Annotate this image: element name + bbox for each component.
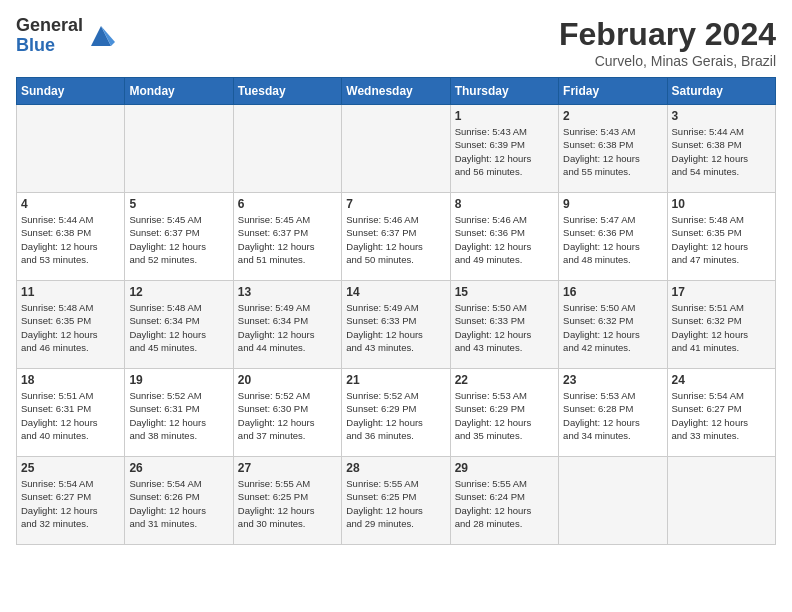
day-info: Sunrise: 5:44 AMSunset: 6:38 PMDaylight:… bbox=[21, 213, 120, 266]
calendar-cell: 8Sunrise: 5:46 AMSunset: 6:36 PMDaylight… bbox=[450, 193, 558, 281]
day-info: Sunrise: 5:55 AMSunset: 6:25 PMDaylight:… bbox=[238, 477, 337, 530]
column-header-saturday: Saturday bbox=[667, 78, 775, 105]
calendar-cell: 28Sunrise: 5:55 AMSunset: 6:25 PMDayligh… bbox=[342, 457, 450, 545]
day-info: Sunrise: 5:49 AMSunset: 6:34 PMDaylight:… bbox=[238, 301, 337, 354]
calendar-cell: 29Sunrise: 5:55 AMSunset: 6:24 PMDayligh… bbox=[450, 457, 558, 545]
day-number: 25 bbox=[21, 461, 120, 475]
day-info: Sunrise: 5:46 AMSunset: 6:37 PMDaylight:… bbox=[346, 213, 445, 266]
day-info: Sunrise: 5:47 AMSunset: 6:36 PMDaylight:… bbox=[563, 213, 662, 266]
calendar-cell: 18Sunrise: 5:51 AMSunset: 6:31 PMDayligh… bbox=[17, 369, 125, 457]
calendar-cell: 23Sunrise: 5:53 AMSunset: 6:28 PMDayligh… bbox=[559, 369, 667, 457]
calendar-cell: 21Sunrise: 5:52 AMSunset: 6:29 PMDayligh… bbox=[342, 369, 450, 457]
calendar-week-row: 4Sunrise: 5:44 AMSunset: 6:38 PMDaylight… bbox=[17, 193, 776, 281]
day-number: 21 bbox=[346, 373, 445, 387]
day-number: 1 bbox=[455, 109, 554, 123]
calendar-cell: 26Sunrise: 5:54 AMSunset: 6:26 PMDayligh… bbox=[125, 457, 233, 545]
column-header-thursday: Thursday bbox=[450, 78, 558, 105]
day-number: 10 bbox=[672, 197, 771, 211]
day-info: Sunrise: 5:48 AMSunset: 6:34 PMDaylight:… bbox=[129, 301, 228, 354]
day-info: Sunrise: 5:48 AMSunset: 6:35 PMDaylight:… bbox=[672, 213, 771, 266]
day-info: Sunrise: 5:44 AMSunset: 6:38 PMDaylight:… bbox=[672, 125, 771, 178]
calendar-cell bbox=[125, 105, 233, 193]
calendar-cell: 16Sunrise: 5:50 AMSunset: 6:32 PMDayligh… bbox=[559, 281, 667, 369]
calendar-cell bbox=[667, 457, 775, 545]
day-number: 4 bbox=[21, 197, 120, 211]
day-number: 27 bbox=[238, 461, 337, 475]
day-info: Sunrise: 5:45 AMSunset: 6:37 PMDaylight:… bbox=[129, 213, 228, 266]
day-number: 15 bbox=[455, 285, 554, 299]
calendar-cell: 27Sunrise: 5:55 AMSunset: 6:25 PMDayligh… bbox=[233, 457, 341, 545]
logo-blue: Blue bbox=[16, 36, 83, 56]
day-number: 19 bbox=[129, 373, 228, 387]
calendar-cell: 6Sunrise: 5:45 AMSunset: 6:37 PMDaylight… bbox=[233, 193, 341, 281]
title-area: February 2024 Curvelo, Minas Gerais, Bra… bbox=[559, 16, 776, 69]
location-subtitle: Curvelo, Minas Gerais, Brazil bbox=[559, 53, 776, 69]
calendar-cell bbox=[233, 105, 341, 193]
calendar-cell: 12Sunrise: 5:48 AMSunset: 6:34 PMDayligh… bbox=[125, 281, 233, 369]
calendar-cell: 1Sunrise: 5:43 AMSunset: 6:39 PMDaylight… bbox=[450, 105, 558, 193]
day-number: 14 bbox=[346, 285, 445, 299]
day-number: 13 bbox=[238, 285, 337, 299]
day-info: Sunrise: 5:51 AMSunset: 6:32 PMDaylight:… bbox=[672, 301, 771, 354]
day-info: Sunrise: 5:50 AMSunset: 6:32 PMDaylight:… bbox=[563, 301, 662, 354]
calendar-cell: 25Sunrise: 5:54 AMSunset: 6:27 PMDayligh… bbox=[17, 457, 125, 545]
day-number: 3 bbox=[672, 109, 771, 123]
day-number: 26 bbox=[129, 461, 228, 475]
day-number: 9 bbox=[563, 197, 662, 211]
day-number: 5 bbox=[129, 197, 228, 211]
day-info: Sunrise: 5:46 AMSunset: 6:36 PMDaylight:… bbox=[455, 213, 554, 266]
day-number: 24 bbox=[672, 373, 771, 387]
calendar-week-row: 25Sunrise: 5:54 AMSunset: 6:27 PMDayligh… bbox=[17, 457, 776, 545]
calendar-week-row: 1Sunrise: 5:43 AMSunset: 6:39 PMDaylight… bbox=[17, 105, 776, 193]
day-info: Sunrise: 5:53 AMSunset: 6:29 PMDaylight:… bbox=[455, 389, 554, 442]
calendar-cell bbox=[342, 105, 450, 193]
header: General Blue February 2024 Curvelo, Mina… bbox=[16, 16, 776, 69]
calendar-cell: 15Sunrise: 5:50 AMSunset: 6:33 PMDayligh… bbox=[450, 281, 558, 369]
day-number: 29 bbox=[455, 461, 554, 475]
calendar-cell: 9Sunrise: 5:47 AMSunset: 6:36 PMDaylight… bbox=[559, 193, 667, 281]
logo: General Blue bbox=[16, 16, 115, 56]
calendar-cell: 24Sunrise: 5:54 AMSunset: 6:27 PMDayligh… bbox=[667, 369, 775, 457]
calendar-cell: 17Sunrise: 5:51 AMSunset: 6:32 PMDayligh… bbox=[667, 281, 775, 369]
calendar-cell: 19Sunrise: 5:52 AMSunset: 6:31 PMDayligh… bbox=[125, 369, 233, 457]
column-header-sunday: Sunday bbox=[17, 78, 125, 105]
day-number: 22 bbox=[455, 373, 554, 387]
calendar-cell: 20Sunrise: 5:52 AMSunset: 6:30 PMDayligh… bbox=[233, 369, 341, 457]
day-info: Sunrise: 5:50 AMSunset: 6:33 PMDaylight:… bbox=[455, 301, 554, 354]
day-info: Sunrise: 5:53 AMSunset: 6:28 PMDaylight:… bbox=[563, 389, 662, 442]
calendar-cell: 5Sunrise: 5:45 AMSunset: 6:37 PMDaylight… bbox=[125, 193, 233, 281]
day-info: Sunrise: 5:51 AMSunset: 6:31 PMDaylight:… bbox=[21, 389, 120, 442]
day-number: 7 bbox=[346, 197, 445, 211]
day-info: Sunrise: 5:52 AMSunset: 6:31 PMDaylight:… bbox=[129, 389, 228, 442]
day-number: 18 bbox=[21, 373, 120, 387]
day-info: Sunrise: 5:43 AMSunset: 6:38 PMDaylight:… bbox=[563, 125, 662, 178]
calendar-table: SundayMondayTuesdayWednesdayThursdayFrid… bbox=[16, 77, 776, 545]
day-info: Sunrise: 5:45 AMSunset: 6:37 PMDaylight:… bbox=[238, 213, 337, 266]
calendar-cell: 13Sunrise: 5:49 AMSunset: 6:34 PMDayligh… bbox=[233, 281, 341, 369]
day-info: Sunrise: 5:52 AMSunset: 6:30 PMDaylight:… bbox=[238, 389, 337, 442]
calendar-cell: 10Sunrise: 5:48 AMSunset: 6:35 PMDayligh… bbox=[667, 193, 775, 281]
column-header-friday: Friday bbox=[559, 78, 667, 105]
logo-icon bbox=[87, 22, 115, 50]
day-number: 8 bbox=[455, 197, 554, 211]
calendar-week-row: 18Sunrise: 5:51 AMSunset: 6:31 PMDayligh… bbox=[17, 369, 776, 457]
calendar-cell: 3Sunrise: 5:44 AMSunset: 6:38 PMDaylight… bbox=[667, 105, 775, 193]
calendar-header-row: SundayMondayTuesdayWednesdayThursdayFrid… bbox=[17, 78, 776, 105]
day-info: Sunrise: 5:52 AMSunset: 6:29 PMDaylight:… bbox=[346, 389, 445, 442]
day-number: 28 bbox=[346, 461, 445, 475]
day-info: Sunrise: 5:55 AMSunset: 6:24 PMDaylight:… bbox=[455, 477, 554, 530]
logo-text: General Blue bbox=[16, 16, 83, 56]
day-number: 11 bbox=[21, 285, 120, 299]
month-year-title: February 2024 bbox=[559, 16, 776, 53]
calendar-week-row: 11Sunrise: 5:48 AMSunset: 6:35 PMDayligh… bbox=[17, 281, 776, 369]
calendar-cell: 7Sunrise: 5:46 AMSunset: 6:37 PMDaylight… bbox=[342, 193, 450, 281]
day-number: 20 bbox=[238, 373, 337, 387]
day-info: Sunrise: 5:54 AMSunset: 6:27 PMDaylight:… bbox=[672, 389, 771, 442]
calendar-cell: 14Sunrise: 5:49 AMSunset: 6:33 PMDayligh… bbox=[342, 281, 450, 369]
logo-general: General bbox=[16, 16, 83, 36]
calendar-cell bbox=[559, 457, 667, 545]
day-info: Sunrise: 5:54 AMSunset: 6:26 PMDaylight:… bbox=[129, 477, 228, 530]
day-info: Sunrise: 5:49 AMSunset: 6:33 PMDaylight:… bbox=[346, 301, 445, 354]
day-number: 23 bbox=[563, 373, 662, 387]
day-info: Sunrise: 5:43 AMSunset: 6:39 PMDaylight:… bbox=[455, 125, 554, 178]
